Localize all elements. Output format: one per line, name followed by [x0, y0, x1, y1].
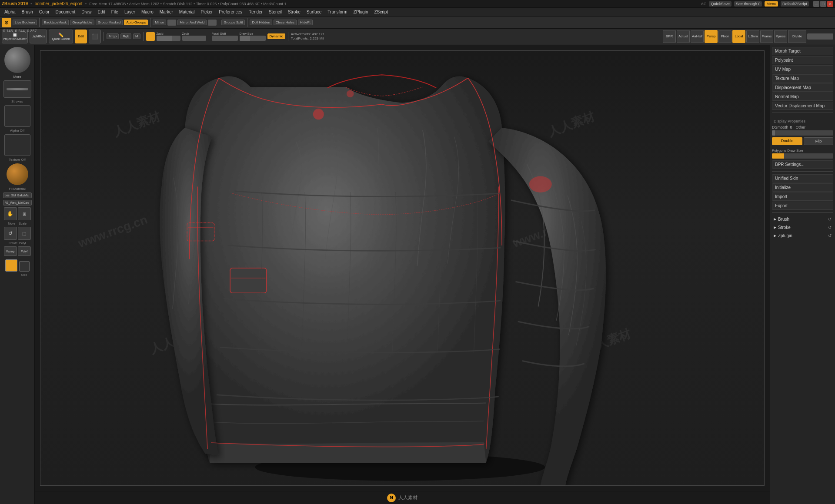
menu-stencil[interactable]: Stencil [266, 9, 284, 15]
vector-displacement-map-item[interactable]: Vector Displacement Map [772, 102, 833, 110]
alpha-sphere[interactable] [4, 105, 30, 127]
double-btn[interactable]: Double [772, 137, 802, 145]
menu-picker[interactable]: Picker [198, 9, 215, 15]
menu-marker[interactable]: Marker [157, 9, 176, 15]
morph-target-item[interactable]: Morph Target [772, 47, 833, 55]
canvas-viewport[interactable]: 人人素材 www.rrcg.cn 人人素材 www.rrcg.cn 人人素材 w… [40, 50, 765, 486]
rotate-btn[interactable]: ↺ [4, 227, 17, 240]
polyf2-btn[interactable]: Polyf [18, 246, 31, 256]
foreground-color[interactable] [5, 259, 17, 272]
window-maximize[interactable]: □ [820, 1, 826, 7]
draw-size-slider[interactable] [240, 36, 266, 41]
stroke-refresh-icon[interactable]: ↺ [828, 225, 832, 230]
dynamic-btn[interactable]: Dynamic [267, 33, 285, 39]
texture-sphere[interactable] [4, 134, 30, 156]
lsym-btn[interactable]: L.Sym [746, 30, 759, 43]
edit-btn[interactable]: Edit [75, 30, 87, 43]
zadd-slider[interactable] [157, 36, 180, 41]
menu-document[interactable]: Document [53, 9, 78, 15]
floor-btn[interactable]: Floor [718, 30, 731, 43]
rgb-btn[interactable]: Rgb [120, 33, 131, 39]
brush-refresh-icon[interactable]: ↺ [828, 217, 832, 222]
menu-brush[interactable]: Brush [19, 9, 36, 15]
mat2-btn[interactable]: R5_Wett_MatCan [3, 200, 32, 206]
menu-edit[interactable]: Edit [95, 9, 108, 15]
fill-material-sphere[interactable] [7, 163, 28, 185]
default-zscript[interactable]: DefaultZScript [781, 1, 809, 7]
focal-shift-slider[interactable] [212, 36, 238, 41]
menu-btn-top[interactable]: Menu [765, 1, 778, 7]
canvas-area[interactable]: 人人素材 www.rrcg.cn 人人素材 www.rrcg.cn 人人素材 w… [35, 45, 770, 491]
divide-btn[interactable]: Divide [788, 30, 806, 43]
bpr-btn[interactable]: BPR [663, 30, 676, 43]
strokes-area[interactable] [3, 80, 31, 98]
normal-map-item[interactable]: Normal Map [772, 93, 833, 101]
backtace-mask-btn[interactable]: BacktaceMask [42, 20, 69, 25]
menu-zplugin[interactable]: ZPlugin [351, 9, 371, 15]
vanop-btn[interactable]: Vanop [4, 246, 17, 256]
unified-skin-item[interactable]: Unified Skin [772, 174, 833, 182]
window-minimize[interactable]: ─ [813, 1, 819, 7]
menu-file[interactable]: File [109, 9, 121, 15]
local-btn[interactable]: Local [732, 30, 745, 43]
dsmooth-slider[interactable] [772, 130, 833, 136]
move-btn[interactable]: ✋ [4, 207, 17, 220]
menu-color[interactable]: Color [37, 9, 52, 15]
quick-sketch-btn[interactable]: ✏️ Quick Sketch [49, 30, 73, 43]
live-boolean-btn[interactable]: Live Boolean [13, 20, 37, 25]
frame-btn[interactable]: Frame [760, 30, 773, 43]
auto-groups-btn[interactable]: Auto Groups [124, 20, 148, 25]
mat1-btn[interactable]: bes_Std_BakeMal [3, 192, 32, 198]
doll-hidden-btn[interactable]: Doll Hidden [250, 20, 272, 25]
close-holes-btn[interactable]: Close Holes [274, 20, 297, 25]
menu-stroke[interactable]: Stroke [285, 9, 303, 15]
persp-btn[interactable]: Persp [705, 30, 718, 43]
draw-btn[interactable]: ⬛ [89, 30, 101, 43]
group-masked-btn[interactable]: Group Masked [96, 20, 123, 25]
flip-btn[interactable]: Flip [804, 137, 833, 145]
hide-pt-btn[interactable]: HidePt [298, 20, 313, 25]
poly-draw-slider[interactable] [772, 153, 833, 159]
mirror-weld-btn[interactable]: Mirror And Weld [177, 20, 207, 25]
color-swatch[interactable] [146, 32, 155, 41]
polypaint-item[interactable]: Polypaint [772, 56, 833, 64]
menu-alpha[interactable]: Alpha [2, 9, 18, 15]
quick-save[interactable]: QuickSave [709, 1, 731, 7]
zplugin-nav-item[interactable]: ▶ Zplugin ↺ [772, 232, 833, 239]
uv-map-item[interactable]: UV Map [772, 65, 833, 73]
stroke-nav-item[interactable]: ▶ Stroke ↺ [772, 224, 833, 231]
import-btn[interactable]: Import [772, 192, 833, 201]
more-label[interactable]: More [13, 75, 21, 79]
bpr-settings-btn[interactable]: BPR Settings... [772, 160, 833, 169]
menu-transform[interactable]: Transform [325, 9, 350, 15]
menu-macro[interactable]: Macro [139, 9, 156, 15]
export-btn[interactable]: Export [772, 202, 833, 210]
brush-nav-item[interactable]: ▶ Brush ↺ [772, 216, 833, 223]
groups-split-btn[interactable]: Groups Split [221, 20, 245, 25]
menu-surface[interactable]: Surface [304, 9, 324, 15]
xpose-btn[interactable]: Xpose [774, 30, 787, 43]
menu-preferences[interactable]: Preferences [216, 9, 245, 15]
menu-render[interactable]: Render [246, 9, 265, 15]
see-through[interactable]: See through 0 [734, 1, 762, 7]
texture-map-item[interactable]: Texture Map [772, 74, 833, 83]
zplugin-refresh-icon[interactable]: ↺ [828, 233, 832, 238]
menu-material[interactable]: Material [177, 9, 197, 15]
menu-layer[interactable]: Layer [122, 9, 138, 15]
mirror-btn[interactable]: Mirror [153, 20, 166, 25]
m-btn[interactable]: M [133, 33, 140, 39]
displacement-map-item[interactable]: Displacement Map [772, 83, 833, 92]
mrgb-btn[interactable]: Mrgb [107, 33, 119, 39]
polyf-btn[interactable]: ⬚ [18, 227, 31, 240]
actual-btn[interactable]: Actual [677, 30, 690, 43]
zsub-slider[interactable] [182, 36, 206, 41]
window-close[interactable]: ✕ [827, 1, 833, 7]
subdivide-slider[interactable] [807, 33, 833, 40]
menu-zscript[interactable]: ZScript [371, 9, 391, 15]
material-sphere[interactable] [4, 47, 30, 73]
group-visible-btn[interactable]: GroupVisible [70, 20, 94, 25]
initialize-btn[interactable]: Initialize [772, 183, 833, 192]
scale-btn[interactable]: ⊞ [18, 207, 31, 220]
background-color[interactable] [19, 261, 30, 272]
aahal-btn[interactable]: AaHalf [691, 30, 704, 43]
